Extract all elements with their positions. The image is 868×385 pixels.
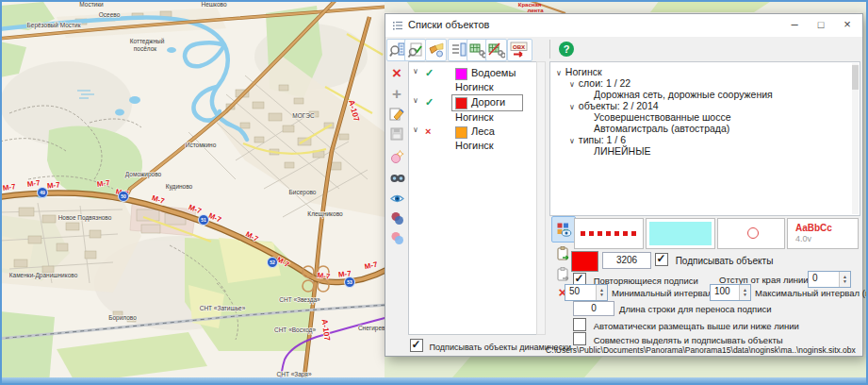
tree-leaf-label: Автомагистраль (автострада) (594, 123, 729, 134)
checkbox-label: Подписывать объекты (676, 256, 774, 266)
tree-child-label[interactable]: Ногинск (455, 140, 494, 151)
visibility-check-icon[interactable]: ✓ (425, 67, 434, 79)
obx-export-button[interactable]: ОВХ (507, 39, 532, 61)
max-interval-label: Максимальный интервал (мм) (755, 288, 868, 298)
stepper-value: 100 (714, 286, 730, 296)
tree-leaf-label: Усовершенствованные шоссе (594, 111, 731, 123)
svg-text:Мостики: Мостики (79, 1, 104, 8)
tree-item-label[interactable]: Леса (471, 126, 495, 137)
copy-style-icon[interactable] (553, 243, 572, 262)
dialog-titlebar[interactable]: Списки объектов – □ × (385, 14, 862, 38)
object-lists-dialog: Списки объектов – □ × (385, 13, 863, 357)
checkbox[interactable] (573, 332, 586, 345)
tree-leaf[interactable]: Усовершенствованные шоссе (594, 111, 731, 123)
binoculars-icon[interactable] (388, 169, 405, 186)
stepper-arrows[interactable]: ▲▼ (596, 285, 607, 300)
delete-icon[interactable]: × (388, 65, 405, 82)
circle-symbol-sample (747, 227, 759, 239)
close-button[interactable]: × (834, 14, 860, 36)
chevron-down-icon[interactable]: ∨ (413, 67, 418, 75)
visibility-check-icon[interactable]: × (425, 126, 431, 137)
code-field[interactable]: 3206 (602, 252, 651, 269)
help-button[interactable]: ? (556, 39, 576, 59)
line-style-preview[interactable] (574, 218, 644, 249)
eye-icon[interactable] (388, 190, 405, 207)
auto-place-checkbox-row[interactable]: Автоматически размещать выше или ниже ли… (573, 318, 799, 331)
fill-sample (649, 222, 712, 245)
symbol-style-preview[interactable] (717, 218, 785, 249)
tree-node-label: Ногинск (565, 66, 602, 77)
maximize-button[interactable]: □ (808, 14, 834, 36)
flashlight-button[interactable] (425, 39, 447, 61)
tree-item[interactable]: ∨ ✓ Водоемы (409, 67, 537, 80)
wrap-length-field[interactable]: 0 (573, 301, 614, 316)
layer-color-swatch[interactable] (455, 97, 467, 109)
tree-leaf-label: Дорожная сеть, дорожные сооружения (594, 89, 773, 100)
visibility-check-icon[interactable]: ✓ (425, 96, 434, 109)
tree-leaf[interactable]: ЛИНЕЙНЫЕ (594, 145, 650, 157)
fill-style-preview[interactable] (646, 218, 715, 249)
max-interval-stepper[interactable]: 100 ▲▼ (710, 284, 751, 301)
svg-text:51: 51 (201, 217, 206, 223)
checkbox[interactable] (655, 253, 668, 266)
checkbox-label: Автоматически размещать выше или ниже ли… (594, 321, 799, 331)
chevron-down-icon[interactable]: ∨ (556, 69, 562, 77)
paste-style-icon[interactable] (553, 264, 572, 283)
svg-text:Берёзовый Мостик: Берёзовый Мостик (27, 22, 81, 29)
marker-icon[interactable] (388, 147, 405, 164)
layer-color-swatch[interactable] (455, 68, 467, 80)
stepper-arrows[interactable]: ▲▼ (739, 285, 750, 300)
chevron-down-icon[interactable]: ∨ (569, 137, 575, 145)
tree-node[interactable]: ∨объекты: 2 / 2014 (569, 100, 659, 111)
svg-text:50: 50 (121, 193, 126, 199)
overlap-circles-dark-icon[interactable] (388, 209, 405, 226)
tree-item-child[interactable]: Ногинск (409, 81, 537, 94)
tree-node[interactable]: ∨типы: 1 / 6 (569, 134, 626, 145)
table-unlink-button[interactable] (485, 39, 507, 61)
svg-text:Осеево: Осеево (99, 11, 121, 18)
minimize-button[interactable]: – (781, 14, 808, 36)
checkbox[interactable] (410, 339, 423, 352)
joint-select-checkbox-row[interactable]: Совместно выделять и подписывать объекты (573, 332, 783, 345)
overlap-circles-light-icon[interactable] (388, 229, 405, 246)
find-check-button[interactable] (404, 39, 426, 61)
tree-node-label: слои: 1 / 22 (579, 77, 631, 89)
edit-icon[interactable] (388, 105, 405, 122)
tree-item-label[interactable]: Дороги (471, 96, 505, 108)
tree-leaf[interactable]: Дорожная сеть, дорожные сооружения (594, 89, 773, 100)
tree-item[interactable]: ∨ ✓ Дороги (409, 96, 537, 109)
min-interval-stepper[interactable]: 50 ▲▼ (565, 284, 608, 301)
tree-child-label[interactable]: Ногинск (455, 81, 494, 92)
tree-leaf[interactable]: Автомагистраль (автострада) (594, 123, 729, 134)
tree-item-label[interactable]: Водоемы (471, 67, 516, 78)
stepper-arrows[interactable]: ▲▼ (839, 272, 850, 287)
font-version: 4.0v (795, 234, 811, 243)
tree-item-child[interactable]: Ногинск (409, 111, 537, 125)
details-tree-scrollbar[interactable] (852, 63, 859, 214)
save-icon[interactable] (388, 126, 405, 142)
chevron-down-icon[interactable]: ∨ (413, 126, 418, 134)
tree-child-label[interactable]: Ногинск (455, 111, 494, 123)
tree-item-child[interactable]: Ногинск (409, 140, 537, 153)
display-params-button[interactable] (551, 216, 576, 243)
label-color-swatch[interactable] (571, 251, 598, 272)
tree-node[interactable]: ∨Ногинск (556, 66, 602, 77)
svg-text:Каменки-Дранишниково: Каменки-Дранишниково (9, 272, 78, 279)
app-window: МостикиНешковоОсеевоБерёзовый МостикКотт… (0, 0, 868, 385)
dialog-title: Списки объектов (408, 19, 489, 30)
sign-objects-checkbox-row[interactable]: Подписывать объекты (655, 253, 773, 266)
chevron-down-icon[interactable]: ∨ (569, 103, 575, 111)
wrap-length-label: Длина строки для переноса подписи (619, 304, 772, 314)
tree-node[interactable]: ∨слои: 1 / 22 (569, 77, 631, 89)
chevron-down-icon[interactable]: ∨ (569, 80, 575, 89)
add-icon[interactable]: + (388, 86, 405, 103)
layer-color-swatch[interactable] (455, 126, 467, 139)
window-bottom-band (2, 377, 866, 383)
tree-scrollbar[interactable] (536, 61, 546, 335)
text-style-preview[interactable]: AaBbCc 4.0v (787, 218, 859, 249)
checkbox[interactable] (573, 318, 586, 331)
tree-item[interactable]: ∨ × Леса (409, 126, 537, 139)
svg-text:посёлок: посёлок (134, 45, 156, 52)
chevron-down-icon[interactable]: ∨ (413, 96, 418, 105)
edge-offset-stepper[interactable]: 0 ▲▼ (808, 271, 851, 288)
